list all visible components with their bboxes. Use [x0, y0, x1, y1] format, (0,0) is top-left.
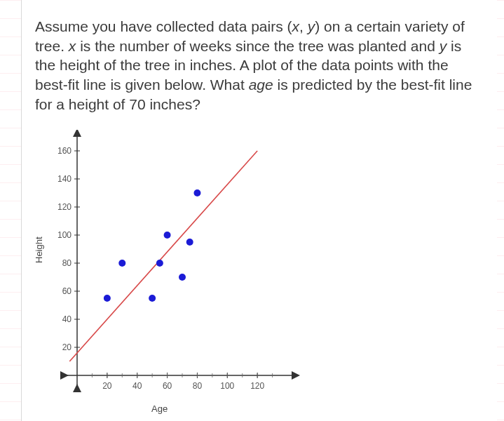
- svg-point-36: [186, 239, 193, 246]
- chart-svg: [35, 130, 315, 417]
- y-tick-label: 60: [55, 286, 71, 296]
- svg-point-35: [179, 274, 186, 281]
- y-tick-label: 100: [55, 230, 71, 240]
- x-axis-label: Age: [151, 403, 168, 414]
- x-tick-label: 120: [249, 381, 266, 391]
- svg-point-32: [149, 295, 156, 302]
- y-axis-label: Height: [34, 236, 44, 263]
- scatter-chart: Height Age 20406080100120204060801001201…: [35, 130, 315, 417]
- y-tick-label: 160: [55, 146, 71, 156]
- y-tick-label: 80: [55, 258, 71, 268]
- svg-point-31: [118, 260, 125, 267]
- left-divider: [21, 0, 22, 421]
- svg-point-37: [193, 189, 200, 196]
- x-tick-label: 100: [219, 381, 236, 391]
- y-tick-label: 40: [55, 314, 71, 324]
- svg-line-29: [69, 151, 257, 361]
- right-margin-rule: [497, 0, 504, 421]
- x-tick-label: 60: [159, 381, 176, 391]
- svg-point-33: [156, 260, 163, 267]
- content-area: Assume you have collected data pairs (x,…: [35, 17, 483, 417]
- x-tick-label: 80: [189, 381, 205, 391]
- svg-point-34: [164, 232, 171, 239]
- y-tick-label: 120: [55, 202, 71, 212]
- x-tick-label: 20: [99, 381, 116, 391]
- y-tick-label: 140: [55, 174, 71, 184]
- x-tick-label: 40: [129, 381, 146, 391]
- question-text: Assume you have collected data pairs (x,…: [35, 17, 483, 114]
- y-tick-label: 20: [55, 342, 71, 352]
- svg-point-30: [104, 295, 111, 302]
- left-margin-rule: [0, 0, 21, 421]
